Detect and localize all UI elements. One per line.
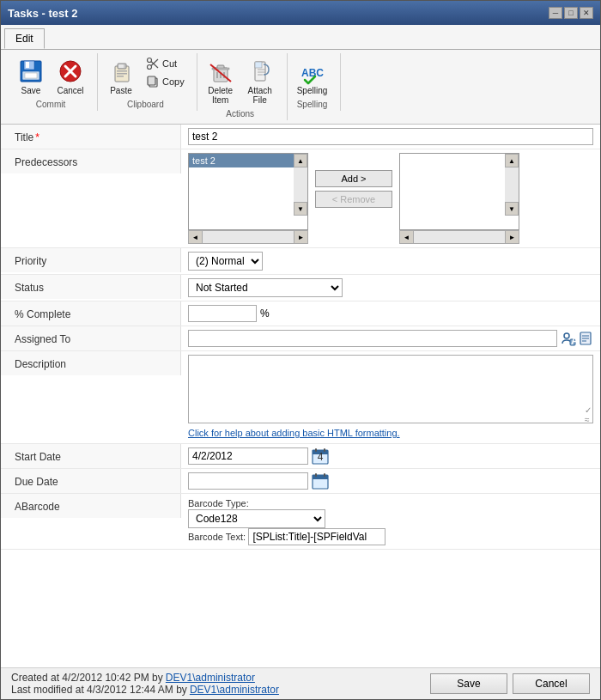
svg-text:ABC: ABC <box>301 67 324 79</box>
paste-icon <box>107 58 135 85</box>
pred-scroll-left[interactable]: ◄ <box>189 231 203 243</box>
svg-text:4: 4 <box>318 451 324 463</box>
cut-label: Cut <box>162 58 177 69</box>
assigned-row: Assigned To AB <box>1 326 600 351</box>
start-date-area: 4 <box>188 447 329 465</box>
pred-right-scroll-right[interactable]: ► <box>505 231 519 243</box>
actions-group-label: Actions <box>226 109 254 119</box>
pred-buttons: Add > < Remove <box>315 153 392 208</box>
due-date-control-area <box>181 469 600 493</box>
svg-rect-10 <box>118 64 124 68</box>
svg-rect-12 <box>117 73 127 75</box>
pred-right-scroll-down[interactable]: ▼ <box>505 202 519 216</box>
minimize-button[interactable]: ─ <box>549 7 562 19</box>
pred-right-scroll-up[interactable]: ▲ <box>505 154 519 167</box>
pred-right-vscroll[interactable]: ▲ ▼ <box>505 154 519 216</box>
ribbon-group-spelling-items: ABC Spelling <box>293 55 332 98</box>
due-date-input[interactable] <box>188 472 308 490</box>
close-button[interactable]: ✕ <box>580 7 593 19</box>
start-date-label: Start Date <box>1 444 181 468</box>
pred-left-list[interactable]: test 2 ▲ ▼ <box>188 153 308 230</box>
status-select[interactable]: Not Started In Progress Completed Deferr… <box>188 278 343 297</box>
scissors-icon <box>146 57 160 70</box>
svg-rect-4 <box>25 73 37 78</box>
clipboard-group-label: Clipboard <box>127 100 164 109</box>
description-textarea[interactable] <box>188 355 593 423</box>
paste-button[interactable]: Paste <box>103 55 139 98</box>
description-wrapper: ✓≈ <box>188 355 593 426</box>
pred-scroll-down[interactable]: ▼ <box>294 202 307 216</box>
pred-row: test 2 ▲ ▼ ◄ ► <box>188 153 593 244</box>
pred-list-item[interactable]: test 2 <box>189 154 307 167</box>
barcode-type-select[interactable]: Code128 Code39 QR EAN13 <box>188 509 325 528</box>
copy-button[interactable]: Copy <box>143 73 188 90</box>
pred-right-list[interactable]: ▲ ▼ <box>399 153 519 230</box>
cancel-button[interactable]: Cancel <box>513 673 590 694</box>
ribbon-group-clipboard-items: Paste <box>103 55 188 98</box>
pred-scroll-right[interactable]: ► <box>294 231 307 243</box>
created-text: Created at 4/2/2012 10:42 PM by DEV1\adm… <box>11 672 279 684</box>
save-button[interactable]: Save <box>430 673 507 694</box>
assigned-control-area: AB <box>181 326 600 350</box>
pred-right-scroll-left[interactable]: ◄ <box>400 231 414 243</box>
pred-scroll-up[interactable]: ▲ <box>294 154 307 167</box>
pred-vscroll[interactable]: ▲ ▼ <box>294 154 307 216</box>
address-book-icon[interactable] <box>578 331 593 346</box>
save-icon <box>17 58 45 85</box>
priority-label: Priority <box>1 248 181 272</box>
status-row: Status Not Started In Progress Completed… <box>1 275 600 301</box>
tab-edit[interactable]: Edit <box>4 28 45 49</box>
priority-select[interactable]: (2) Normal (1) High (3) Low <box>188 252 263 271</box>
svg-text:AB: AB <box>571 335 576 346</box>
description-label: Description <box>1 351 181 375</box>
start-date-calendar-icon[interactable]: 4 <box>312 447 329 465</box>
paste-label: Paste <box>110 86 132 95</box>
percent-symbol: % <box>260 307 270 320</box>
pred-hscroll[interactable]: ◄ ► <box>188 230 308 244</box>
start-date-row: Start Date 4 <box>1 444 600 469</box>
copy-icon <box>146 75 160 88</box>
people-picker-icon[interactable]: AB <box>561 331 576 346</box>
save-ribbon-button[interactable]: Save <box>13 55 49 98</box>
cut-copy-group: Cut Copy <box>143 55 188 90</box>
due-date-calendar-icon[interactable] <box>312 472 329 490</box>
barcode-type-label: Barcode Type: <box>188 498 249 508</box>
svg-rect-19 <box>148 76 155 85</box>
delete-item-button[interactable]: DeleteItem <box>203 55 239 107</box>
bottom-buttons: Save Cancel <box>430 673 590 694</box>
title-input[interactable] <box>188 128 593 145</box>
attach-file-label: AttachFile <box>248 86 272 105</box>
created-user-link[interactable]: DEV1\administrator <box>166 672 255 684</box>
predecessors-label: Predecessors <box>1 149 181 173</box>
delete-item-label: DeleteItem <box>208 86 233 105</box>
start-date-input[interactable] <box>188 447 308 465</box>
status-control-area: Not Started In Progress Completed Deferr… <box>181 275 600 301</box>
complete-input[interactable] <box>188 305 257 322</box>
svg-rect-2 <box>26 62 29 68</box>
pred-scroll-track <box>294 167 307 202</box>
spelling-button[interactable]: ABC Spelling <box>293 55 332 98</box>
svg-rect-11 <box>117 70 127 72</box>
ribbon-group-commit-items: Save Cancel <box>13 55 88 98</box>
pred-left-container: test 2 ▲ ▼ ◄ ► <box>188 153 308 244</box>
complete-control-area: % <box>181 301 600 326</box>
assigned-input[interactable] <box>188 330 557 347</box>
assigned-icons: AB <box>561 331 593 346</box>
modified-user-link[interactable]: DEV1\administrator <box>190 684 279 696</box>
assigned-label: Assigned To <box>1 326 181 350</box>
html-help-link[interactable]: Click for help about adding basic HTML f… <box>188 426 400 440</box>
abarcode-row: ABarcode Barcode Type: Code128 Code39 QR… <box>1 494 600 550</box>
barcode-text-input[interactable] <box>248 528 385 545</box>
add-button[interactable]: Add > <box>315 170 392 187</box>
svg-rect-13 <box>117 76 124 77</box>
cancel-ribbon-button[interactable]: Cancel <box>52 55 88 98</box>
save-ribbon-label: Save <box>21 86 41 95</box>
remove-button[interactable]: < Remove <box>315 191 392 208</box>
spelling-group-label: Spelling <box>297 100 328 109</box>
cut-button[interactable]: Cut <box>143 55 188 72</box>
maximize-button[interactable]: □ <box>564 7 578 19</box>
pred-right-hscroll[interactable]: ◄ ► <box>399 230 519 244</box>
ribbon-group-actions-items: DeleteItem <box>203 55 278 107</box>
ribbon-content: Save Cancel Commit <box>1 49 600 124</box>
attach-file-button[interactable]: AttachFile <box>242 55 278 107</box>
